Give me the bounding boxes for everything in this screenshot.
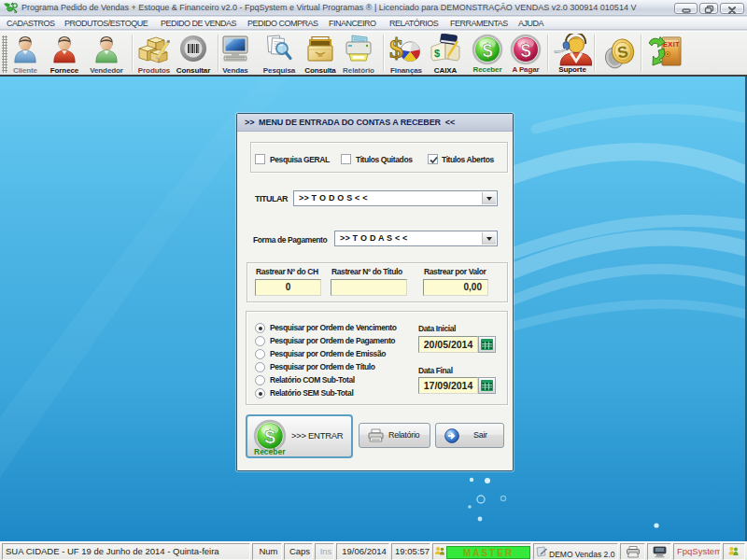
- svg-text:EXIT: EXIT: [663, 40, 680, 49]
- svg-text:$: $: [389, 34, 403, 63]
- svg-text:$: $: [520, 40, 530, 61]
- svg-text:$: $: [264, 426, 275, 447]
- svg-text:$: $: [434, 48, 440, 59]
- svg-text:$: $: [482, 40, 492, 61]
